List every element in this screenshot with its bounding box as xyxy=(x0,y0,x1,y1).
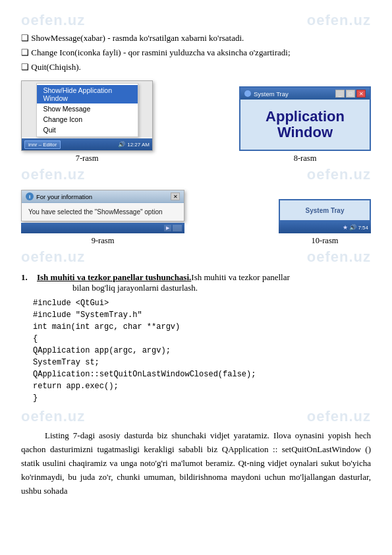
watermark-mid-right: oefen.uz xyxy=(307,166,371,183)
ss8-title-label: System Tray xyxy=(254,90,289,98)
intro-line-1: ❑ ShowMessage(xabar) - rasmda ko'rsatilg… xyxy=(21,32,371,45)
menu-item-show-hide[interactable]: Show/Hide Application Window xyxy=(37,85,138,103)
watermark-mid-left: oefen.uz xyxy=(21,166,85,183)
screenshots-row-1: Show/Hide Application Window Show Messag… xyxy=(21,80,371,163)
watermark-left: oefen.uz xyxy=(21,12,85,29)
numbered-item-1: 1. Ish muhiti va tezkor panellar tushunc… xyxy=(21,272,371,293)
ss8-maximize-btn[interactable]: □ xyxy=(346,90,355,98)
code-line-6: QApplication::setQuitOnLastWindowClosed(… xyxy=(33,368,371,380)
screenshot-8: System Tray _ □ ✕ Application Window xyxy=(239,86,371,151)
intro-line-2: ❑ Change Icon(iconka fayli) - qor rasmin… xyxy=(21,46,371,59)
volume-icon: 🔊 xyxy=(118,141,125,148)
watermark-row-top: oefen.uz oefen.uz xyxy=(21,12,371,29)
watermark-right: oefen.uz xyxy=(307,12,371,29)
star-icon: ★ xyxy=(343,224,348,231)
watermark-row-2: oefen.uz oefen.uz xyxy=(21,248,371,266)
taskbar-icon-9: ▶ xyxy=(164,225,171,231)
code-line-5: SystemTray st; xyxy=(33,357,371,368)
item-subtext: bilan bog'liq jarayonlarni dasturlash. xyxy=(72,283,198,293)
screenshot-10: System Tray ★ 🔊 7:54 xyxy=(279,199,371,233)
ss8-main-title: Application Window xyxy=(247,109,363,140)
screenshot-8-col: System Tray _ □ ✕ Application Window 8-r… xyxy=(239,86,371,163)
ss10-window: System Tray xyxy=(279,199,371,221)
watermark-3-left: oefen.uz xyxy=(21,408,85,425)
code-line-1: #include "SystemTray.h" xyxy=(33,309,371,321)
taskbar-btn-7: innr – Editor xyxy=(24,140,61,149)
screenshot-7-col: Show/Hide Application Window Show Messag… xyxy=(21,80,153,163)
watermark-2-right: oefen.uz xyxy=(307,248,371,266)
ss8-close-btn[interactable]: ✕ xyxy=(356,90,366,98)
taskbar-10: ★ 🔊 7:54 xyxy=(279,221,371,233)
code-line-4: QApplication app(argc, argv); xyxy=(33,345,371,357)
screenshots-row-2: i For your information ✕ You have select… xyxy=(21,190,371,246)
watermark-3-right: oefen.uz xyxy=(307,408,371,425)
code-line-3: { xyxy=(33,333,371,345)
item-rest: Ish muhiti va tezkor panellar xyxy=(191,272,289,282)
ss8-titlebar: System Tray _ □ ✕ xyxy=(240,88,370,100)
taskbar-9: ▶ xyxy=(21,223,184,233)
item-text-1: Ish muhiti va tezkor panellar tushunchas… xyxy=(37,272,371,293)
menu-item-change-icon[interactable]: Change Icon xyxy=(37,114,138,125)
intro-block: ❑ ShowMessage(xabar) - rasmda ko'rsatilg… xyxy=(21,32,371,74)
taskbar-time-10: 7:54 xyxy=(358,225,368,231)
ss9-close-btn[interactable]: ✕ xyxy=(171,192,180,200)
taskbar-right-7: 🔊 12:27 AM xyxy=(118,141,150,148)
taskbar-icon2-9 xyxy=(173,225,182,231)
item-bold-underline: Ish muhiti va tezkor panellar tushunchas… xyxy=(37,272,191,282)
ss9-title-label: For your information xyxy=(36,193,92,200)
code-line-0: #include <QtGui> xyxy=(33,297,371,309)
volume-icon-10: 🔊 xyxy=(349,224,356,231)
watermark-2-left: oefen.uz xyxy=(21,248,85,266)
screenshot-7: Show/Hide Application Window Show Messag… xyxy=(21,80,153,151)
ss8-content: Application Window xyxy=(240,100,370,150)
numbered-section-1: 1. Ish muhiti va tezkor panellar tushunc… xyxy=(21,272,371,293)
code-line-2: int main(int argc, char **argv) xyxy=(33,321,371,333)
ss9-titlebar: i For your information ✕ xyxy=(22,190,184,203)
menu-item-show-message[interactable]: Show Message xyxy=(37,103,138,114)
ss10-title-label: System Tray xyxy=(306,207,345,214)
taskbar-right-9: ▶ xyxy=(164,225,182,231)
caption-9: 9-rasm xyxy=(92,236,115,246)
watermark-row-3: oefen.uz oefen.uz xyxy=(21,408,371,425)
watermark-row-middle: oefen.uz oefen.uz xyxy=(21,166,371,183)
context-menu-7: Show/Hide Application Window Show Messag… xyxy=(36,83,138,137)
taskbar-7: innr – Editor 🔊 12:27 AM xyxy=(22,138,152,150)
ss9-message: You have selected the "ShowMessage" opti… xyxy=(28,208,177,216)
screenshot-10-col: System Tray ★ 🔊 7:54 10-rasm xyxy=(279,199,371,246)
code-line-8: } xyxy=(33,392,371,404)
taskbar-icons-7: 🔊 xyxy=(118,141,125,148)
caption-10: 10-rasm xyxy=(312,236,339,246)
ss8-title-icon xyxy=(244,90,251,97)
menu-item-quit[interactable]: Quit xyxy=(37,125,138,135)
ss8-window: System Tray _ □ ✕ Application Window xyxy=(239,86,371,151)
ss9-window: i For your information ✕ You have select… xyxy=(21,190,184,221)
caption-8: 8-rasm xyxy=(294,154,317,163)
taskbar-time-7: 12:27 AM xyxy=(127,142,150,148)
screenshot-9-col: i For your information ✕ You have select… xyxy=(21,190,184,246)
body-paragraph: Listing 7-dagi asosiy dasturda biz shunc… xyxy=(21,429,371,498)
item-number-1: 1. xyxy=(21,272,33,293)
ss8-minimize-btn[interactable]: _ xyxy=(335,90,345,98)
taskbar-right-10: ★ 🔊 7:54 xyxy=(343,224,368,231)
intro-line-3: ❑ Quit(Chiqish). xyxy=(21,61,371,74)
code-line-7: return app.exec(); xyxy=(33,380,371,392)
code-block: #include <QtGui> #include "SystemTray.h"… xyxy=(33,297,371,404)
caption-7: 7-rasm xyxy=(76,154,99,163)
ss9-content: You have selected the "ShowMessage" opti… xyxy=(22,203,184,221)
item-bold-text: Ish muhiti va tezkor panellar tushunchas… xyxy=(37,272,290,282)
screenshot-9: i For your information ✕ You have select… xyxy=(21,190,184,233)
info-icon-9: i xyxy=(26,192,34,200)
ss8-winbtns: _ □ ✕ xyxy=(335,90,366,98)
